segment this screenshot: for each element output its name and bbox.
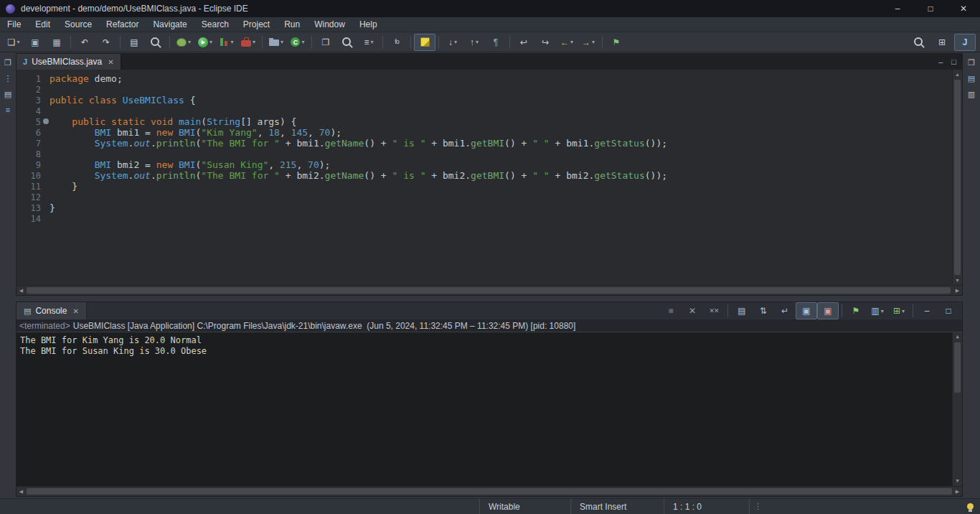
editor-tab-usebmiclass[interactable]: J UseBMIClass.java ✕ bbox=[17, 54, 121, 70]
clear-console-button[interactable]: ▤ bbox=[731, 302, 753, 319]
scroll-left-icon[interactable]: ◀ bbox=[17, 487, 26, 496]
editor-hscroll-thumb[interactable] bbox=[27, 287, 951, 294]
line-number-10[interactable]: 10 bbox=[17, 171, 41, 182]
minimize-editor-button[interactable]: – bbox=[938, 57, 943, 66]
run-button[interactable]: ▶▾ bbox=[194, 34, 216, 51]
coverage-button[interactable]: ▾ bbox=[216, 34, 237, 51]
scroll-left-icon[interactable]: ◀ bbox=[17, 286, 26, 295]
line-number-12[interactable]: 12 bbox=[17, 192, 41, 203]
line-number-8[interactable]: 8 bbox=[17, 149, 41, 160]
menu-navigate[interactable]: Navigate bbox=[146, 17, 194, 32]
scroll-lock-button[interactable]: ⇅ bbox=[753, 302, 774, 319]
scroll-down-icon[interactable]: ▼ bbox=[953, 276, 962, 285]
scroll-right-icon[interactable]: ▶ bbox=[953, 487, 962, 496]
line-number-11[interactable]: 11 bbox=[17, 182, 41, 192]
menu-project[interactable]: Project bbox=[236, 17, 277, 32]
console-hscroll-thumb[interactable] bbox=[27, 488, 952, 495]
menu-file[interactable]: File bbox=[0, 17, 28, 32]
code-editor[interactable]: 1package demo;23public class UseBMIClass… bbox=[17, 70, 952, 285]
dropdown-arrow-icon[interactable]: ▾ bbox=[230, 39, 233, 45]
dropdown-arrow-icon[interactable]: ▾ bbox=[281, 39, 283, 45]
line-number-7[interactable]: 7 bbox=[17, 139, 41, 149]
remove-all-launches-button[interactable]: ✕✕ bbox=[703, 302, 725, 319]
open-perspective-button[interactable]: ⊞ bbox=[931, 34, 953, 51]
dropdown-arrow-icon[interactable]: ▾ bbox=[570, 39, 573, 45]
print-button[interactable]: ▤ bbox=[123, 34, 145, 51]
word-wrap-button[interactable]: ↵ bbox=[774, 302, 796, 319]
line-number-2[interactable]: 2 bbox=[17, 85, 41, 95]
editor-console-sash[interactable] bbox=[16, 296, 963, 302]
dropdown-arrow-icon[interactable]: ▾ bbox=[371, 39, 374, 45]
dropdown-arrow-icon[interactable]: ▾ bbox=[902, 308, 905, 314]
maximize-button[interactable]: □ bbox=[914, 0, 947, 17]
show-whitespace-button[interactable]: ¶ bbox=[485, 34, 507, 51]
previous-annotation-button[interactable]: ↑▾ bbox=[463, 34, 485, 51]
minimized-outline-button[interactable]: ≡ bbox=[6, 106, 10, 114]
line-number-14[interactable]: 14 bbox=[17, 214, 41, 225]
dropdown-arrow-icon[interactable]: ▾ bbox=[881, 308, 884, 314]
back-button[interactable]: ←▾ bbox=[556, 34, 578, 51]
new-wizard-button[interactable]: ❏▾ bbox=[3, 34, 24, 51]
undo-button[interactable]: ↶ bbox=[74, 34, 95, 51]
open-element-button[interactable]: fo bbox=[386, 34, 407, 51]
toggle-breadcrumb-button[interactable]: ≡▾ bbox=[358, 34, 380, 51]
open-type-button[interactable]: ❐ bbox=[315, 34, 336, 51]
menu-window[interactable]: Window bbox=[307, 17, 352, 32]
external-tools-button[interactable]: ▾ bbox=[237, 34, 259, 51]
console-horizontal-scrollbar[interactable]: ◀ ▶ bbox=[17, 486, 962, 496]
menu-help[interactable]: Help bbox=[352, 17, 385, 32]
editor-vertical-scrollbar[interactable]: ▲ ▼ bbox=[952, 70, 962, 285]
pin-console-button[interactable]: ⚑ bbox=[845, 302, 867, 319]
debug-button[interactable]: ▾ bbox=[173, 34, 194, 51]
line-number-3[interactable]: 3 bbox=[17, 95, 41, 106]
close-editor-tab-button[interactable]: ✕ bbox=[108, 58, 113, 66]
menu-source[interactable]: Source bbox=[57, 17, 99, 32]
next-edit-location-button[interactable]: ↪ bbox=[534, 34, 556, 51]
line-number-13[interactable]: 13 bbox=[17, 203, 41, 214]
dropdown-arrow-icon[interactable]: ▾ bbox=[253, 39, 255, 45]
statusbar-overflow-handle[interactable]: ⋮ bbox=[754, 502, 762, 511]
dropdown-arrow-icon[interactable]: ▾ bbox=[209, 39, 212, 45]
terminate-button[interactable]: ■ bbox=[660, 302, 682, 319]
line-number-5[interactable]: 5 bbox=[17, 117, 41, 128]
pin-editor-button[interactable]: ⚑ bbox=[606, 34, 627, 51]
last-edit-location-button[interactable]: ↩ bbox=[513, 34, 534, 51]
dropdown-arrow-icon[interactable]: ▾ bbox=[454, 39, 457, 45]
forward-button[interactable]: →▾ bbox=[578, 34, 599, 51]
console-output[interactable]: The BMI for Kim Yang is 20.0 NormalThe B… bbox=[17, 332, 962, 486]
save-button[interactable]: ▣ bbox=[24, 34, 46, 51]
remove-launch-button[interactable]: ✕ bbox=[682, 302, 703, 319]
open-search-button[interactable] bbox=[145, 34, 166, 51]
find-actions-button[interactable] bbox=[908, 34, 930, 51]
minimize-console-button[interactable]: – bbox=[916, 302, 938, 319]
console-vscroll-thumb[interactable] bbox=[954, 342, 961, 393]
new-java-project-button[interactable]: ▾ bbox=[265, 34, 287, 51]
restore-left-views-button[interactable]: ❐ bbox=[4, 59, 11, 67]
scroll-right-icon[interactable]: ▶ bbox=[953, 286, 962, 295]
restore-right-views-button[interactable]: ❐ bbox=[968, 59, 975, 67]
new-java-class-button[interactable]: C▾ bbox=[287, 34, 308, 51]
search-button[interactable] bbox=[336, 34, 358, 51]
line-number-1[interactable]: 1 bbox=[17, 74, 41, 85]
left-rail-drag-handle[interactable]: ⋮ bbox=[4, 75, 12, 83]
console-vertical-scrollbar[interactable]: ▲ ▼ bbox=[952, 332, 962, 486]
dropdown-arrow-icon[interactable]: ▾ bbox=[17, 39, 19, 45]
maximize-editor-button[interactable]: □ bbox=[951, 57, 956, 66]
minimized-package-explorer-button[interactable]: ▤ bbox=[4, 90, 11, 98]
redo-button[interactable]: ↷ bbox=[95, 34, 117, 51]
line-number-9[interactable]: 9 bbox=[17, 160, 41, 171]
scroll-down-icon[interactable]: ▼ bbox=[953, 477, 962, 486]
open-console-button[interactable]: ⊞▾ bbox=[888, 302, 910, 319]
dropdown-arrow-icon[interactable]: ▾ bbox=[188, 39, 191, 45]
mark-occurrences-button[interactable] bbox=[414, 34, 435, 51]
minimized-view-button-2[interactable]: ▥ bbox=[968, 90, 975, 98]
scroll-up-icon[interactable]: ▲ bbox=[953, 70, 962, 79]
console-tab[interactable]: ▤ Console ✕ bbox=[17, 302, 87, 319]
show-stderr-console-button[interactable]: ▣ bbox=[817, 302, 839, 319]
menu-search[interactable]: Search bbox=[194, 17, 236, 32]
line-number-6[interactable]: 6 bbox=[17, 128, 41, 139]
menu-refactor[interactable]: Refactor bbox=[99, 17, 146, 32]
scroll-up-icon[interactable]: ▲ bbox=[953, 332, 962, 342]
minimize-button[interactable]: – bbox=[881, 0, 914, 17]
java-perspective-button[interactable]: J bbox=[954, 34, 976, 51]
